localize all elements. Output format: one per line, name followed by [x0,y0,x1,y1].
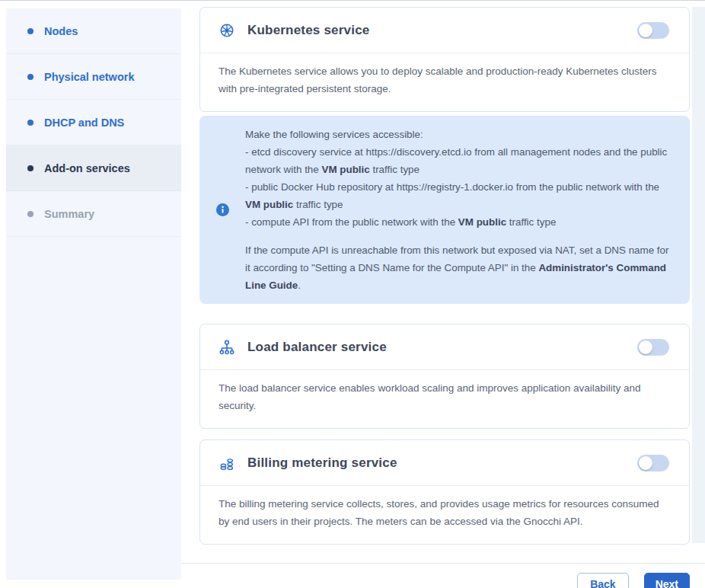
step-label: Physical network [44,71,134,83]
kubernetes-service-card: Kubernetes service The Kubernetes servic… [199,7,690,112]
sidebar-item-summary[interactable]: Summary [6,191,181,237]
step-label: DHCP and DNS [44,117,124,129]
billing-metering-service-card: Billing metering service The billing met… [199,439,690,545]
wizard-page: Nodes Physical network DHCP and DNS Add-… [0,0,705,588]
scrollbar-gutter[interactable] [692,7,705,543]
kubernetes-info-note: Make the following services accessible: … [199,116,690,304]
info-paragraph: If the compute API is unreachable from t… [245,241,670,294]
wizard-footer: Back Next [199,564,690,588]
load-balancer-service-toggle[interactable] [637,339,669,356]
kubernetes-service-title: Kubernetes service [247,23,637,38]
load-balancer-card-header: Load balancer service [200,324,689,370]
step-label: Add-on services [44,162,130,174]
toggle-knob [639,24,652,37]
step-bullet-icon [27,165,33,171]
addon-services-panel: Kubernetes service The Kubernetes servic… [181,1,705,588]
sidebar-item-nodes[interactable]: Nodes [6,8,181,54]
step-bullet-icon [27,120,33,126]
sidebar-item-physical-network[interactable]: Physical network [6,54,181,100]
info-line: - public Docker Hub repository at https:… [245,178,670,213]
kubernetes-service-description: The Kubernetes service allows you to dep… [200,53,689,111]
load-balancer-icon [219,339,235,356]
info-line: - etcd discovery service at https://disc… [245,143,670,178]
step-bullet-icon [27,28,33,34]
step-label: Nodes [44,25,78,37]
load-balancer-service-card: Load balancer service The load balancer … [199,324,690,429]
info-line: Make the following services accessible: [245,126,670,143]
kubernetes-icon [219,22,235,39]
info-icon [216,203,229,216]
next-button[interactable]: Next [644,573,690,588]
billing-metering-card-header: Billing metering service [200,440,689,486]
billing-metering-icon [219,455,235,471]
info-line: - compute API from the public network wi… [245,213,670,231]
load-balancer-service-description: The load balancer service enables worklo… [200,370,689,428]
sidebar-item-dhcp-and-dns[interactable]: DHCP and DNS [6,100,181,145]
step-bullet-icon [27,211,33,217]
billing-metering-service-toggle[interactable] [637,455,669,471]
billing-metering-service-description: The billing metering service collects, s… [200,486,689,544]
wizard-steps-sidebar: Nodes Physical network DHCP and DNS Add-… [6,8,181,580]
toggle-knob [639,340,652,354]
info-note-text: Make the following services accessible: … [245,126,670,294]
step-label: Summary [44,208,94,220]
kubernetes-service-toggle[interactable] [637,22,669,39]
sidebar-item-add-on-services[interactable]: Add-on services [6,145,181,191]
load-balancer-service-title: Load balancer service [247,340,637,355]
step-bullet-icon [27,74,33,80]
billing-metering-service-title: Billing metering service [247,455,637,471]
back-button[interactable]: Back [577,573,628,588]
kubernetes-card-header: Kubernetes service [200,8,689,53]
toggle-knob [639,456,652,470]
